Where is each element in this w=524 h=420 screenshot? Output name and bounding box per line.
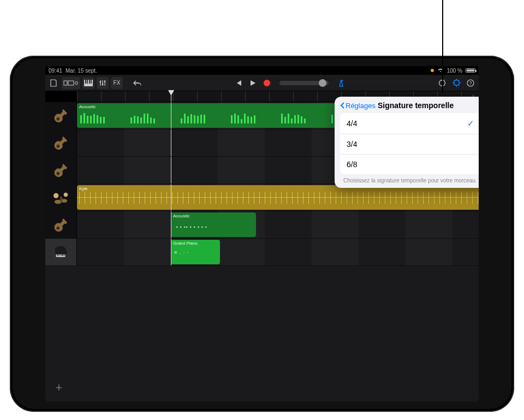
battery-percent: 100 % bbox=[447, 68, 462, 74]
midi-notes-icon bbox=[181, 112, 213, 123]
go-to-beginning-button[interactable] bbox=[233, 77, 245, 89]
svg-rect-29 bbox=[63, 254, 64, 256]
help-button[interactable]: ? bbox=[465, 77, 477, 89]
svg-point-15 bbox=[56, 117, 59, 120]
playhead-line bbox=[171, 184, 171, 211]
chevron-left-icon bbox=[340, 102, 344, 109]
svg-point-20 bbox=[53, 193, 58, 198]
svg-rect-0 bbox=[64, 81, 67, 85]
ruler-tick bbox=[149, 91, 151, 102]
main-toolbar: FX bbox=[45, 75, 479, 91]
svg-rect-1 bbox=[68, 81, 74, 85]
time-signature-option[interactable]: 3/4 bbox=[340, 134, 479, 155]
guitar-icon bbox=[53, 162, 69, 179]
region-label: Acoustic bbox=[173, 214, 254, 218]
time-signature-popover: Réglages Signature temporelle 4/4✓3/46/8… bbox=[335, 97, 479, 188]
screen: 09:41 Mar. 15 sept. 100 % bbox=[45, 66, 479, 401]
svg-rect-26 bbox=[58, 254, 59, 256]
record-button[interactable] bbox=[261, 77, 273, 89]
status-date: Mar. 15 sept. bbox=[66, 68, 97, 74]
drums-icon bbox=[53, 190, 69, 206]
track-lane[interactable]: Acoustic▪ ▪ ▪▪ ▪ ▪ ▪ ▪ ▪ bbox=[77, 211, 479, 238]
playhead-line bbox=[171, 102, 171, 129]
midi-notes-icon bbox=[231, 112, 264, 123]
region[interactable]: Grand Piano≡ . · · bbox=[171, 240, 220, 264]
svg-point-21 bbox=[63, 192, 68, 197]
undo-button[interactable] bbox=[132, 77, 144, 89]
metronome-button[interactable] bbox=[335, 77, 347, 89]
playhead-line bbox=[171, 211, 171, 238]
my-songs-button[interactable] bbox=[47, 77, 59, 89]
option-label: 4/4 bbox=[347, 119, 357, 128]
ruler-tick bbox=[245, 91, 247, 102]
track-row[interactable]: Kyle bbox=[45, 184, 479, 211]
track-lane[interactable]: Kyle bbox=[77, 184, 479, 211]
ruler-tick bbox=[125, 91, 127, 102]
time-signature-list: 4/4✓3/46/8 bbox=[340, 113, 479, 174]
ruler-tick bbox=[77, 91, 79, 102]
svg-point-10 bbox=[104, 80, 106, 82]
browser-button[interactable] bbox=[62, 77, 80, 89]
track-header[interactable] bbox=[45, 184, 77, 211]
ruler-tick bbox=[101, 91, 103, 102]
playhead[interactable] bbox=[171, 91, 171, 102]
track-lane[interactable]: Grand Piano≡ . · · bbox=[77, 239, 479, 265]
track-header[interactable] bbox=[45, 102, 77, 129]
ruler-tick bbox=[197, 91, 199, 102]
ruler-tick bbox=[173, 91, 175, 102]
battery-icon bbox=[466, 68, 475, 73]
svg-rect-22 bbox=[60, 197, 62, 202]
settings-button[interactable] bbox=[450, 77, 462, 89]
svg-rect-27 bbox=[61, 254, 61, 256]
region[interactable]: Acoustic▪ ▪ ▪▪ ▪ ▪ ▪ ▪ ▪ bbox=[171, 212, 256, 237]
playhead-line bbox=[171, 157, 171, 184]
add-track-button[interactable]: + bbox=[51, 380, 67, 396]
track-header[interactable] bbox=[45, 211, 77, 238]
midi-notes-icon: ≡ . · · bbox=[174, 250, 189, 255]
status-bar: 09:41 Mar. 15 sept. 100 % bbox=[45, 66, 479, 75]
guitar-icon bbox=[53, 108, 69, 124]
slider-knob[interactable] bbox=[319, 79, 326, 87]
recording-indicator-icon bbox=[431, 69, 434, 72]
svg-rect-28 bbox=[62, 254, 62, 256]
master-volume-slider[interactable] bbox=[279, 81, 329, 85]
midi-notes-icon bbox=[80, 112, 113, 123]
time-signature-option[interactable]: 4/4✓ bbox=[340, 113, 479, 134]
track-controls-button[interactable] bbox=[97, 77, 109, 89]
guitar-icon bbox=[53, 217, 69, 233]
svg-rect-7 bbox=[91, 80, 92, 84]
record-icon bbox=[264, 80, 270, 86]
play-button[interactable] bbox=[247, 77, 259, 89]
waveform-icon bbox=[77, 192, 479, 204]
ruler-tick bbox=[221, 91, 223, 102]
midi-notes-icon: ▪ ▪ ▪▪ ▪ ▪ ▪ ▪ ▪ bbox=[176, 224, 207, 229]
svg-point-8 bbox=[100, 81, 102, 82]
track-header[interactable] bbox=[45, 129, 77, 156]
instrument-button[interactable] bbox=[82, 77, 94, 89]
track-header[interactable] bbox=[45, 239, 77, 265]
fx-button[interactable]: FX bbox=[111, 77, 123, 89]
ruler-tick bbox=[317, 91, 319, 102]
svg-point-23 bbox=[56, 226, 59, 229]
status-time: 09:41 bbox=[49, 68, 62, 74]
svg-text:?: ? bbox=[469, 80, 472, 86]
svg-rect-4 bbox=[85, 80, 86, 84]
region[interactable]: Kyle bbox=[77, 185, 479, 210]
svg-point-17 bbox=[56, 171, 59, 175]
region-label: Grand Piano bbox=[173, 241, 218, 246]
svg-point-9 bbox=[102, 83, 104, 85]
option-label: 6/8 bbox=[347, 160, 357, 169]
time-signature-option[interactable]: 6/8 bbox=[340, 155, 479, 174]
popover-back-button[interactable]: Réglages bbox=[340, 102, 376, 110]
svg-rect-6 bbox=[89, 80, 90, 84]
svg-point-2 bbox=[75, 81, 78, 84]
midi-notes-icon bbox=[281, 112, 314, 123]
track-row[interactable]: Acoustic▪ ▪ ▪▪ ▪ ▪ ▪ ▪ ▪ bbox=[45, 211, 479, 239]
fx-label: FX bbox=[114, 80, 121, 86]
track-row[interactable]: Grand Piano≡ . · · bbox=[45, 239, 479, 266]
checkmark-icon: ✓ bbox=[467, 119, 474, 128]
ipad-frame: 09:41 Mar. 15 sept. 100 % bbox=[10, 56, 514, 412]
popover-title: Signature temporelle bbox=[378, 101, 454, 110]
track-header[interactable] bbox=[45, 157, 77, 184]
ruler-tick bbox=[269, 91, 271, 102]
